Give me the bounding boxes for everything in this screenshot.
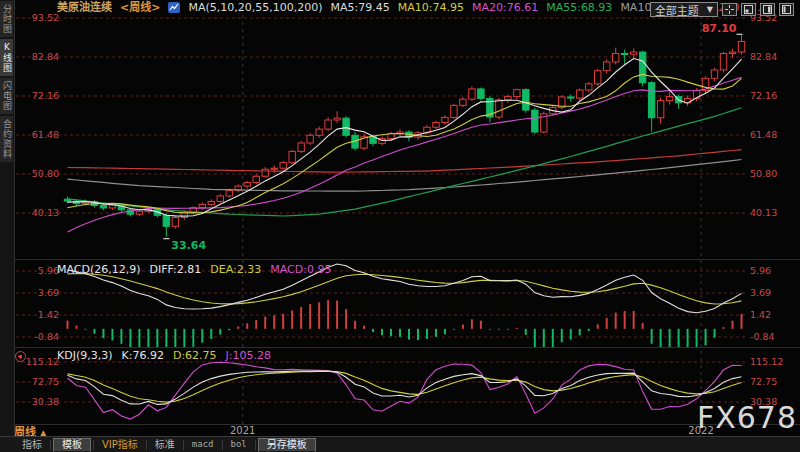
macd-axis-label-right: 5.96 (750, 265, 771, 276)
toolbar-vip-indicators[interactable]: VIP指标 (94, 438, 146, 451)
theme-dropdown[interactable]: 全部主题 ▼ (650, 2, 718, 17)
kdj-title: KDJ(9,3,3) (57, 349, 113, 362)
kdj-axis-label-right: 115.12 (750, 356, 783, 367)
chart-window: 93.5293.5282.8482.8472.1672.1661.4861.48… (0, 0, 800, 452)
theme-dropdown-label: 全部主题 (655, 2, 699, 18)
dea-line (68, 274, 742, 305)
bottom-toolbar: 指标 模板 VIP指标 标准 macd bol 另存模板 (0, 436, 800, 452)
ma10-line (68, 74, 742, 213)
ma10-value: MA10:74.95 (398, 1, 464, 14)
crosshair-icon[interactable] (722, 3, 737, 16)
top-controls: 全部主题 ▼ (650, 2, 794, 17)
chevron-down-icon: ▼ (707, 5, 713, 14)
chart-canvas[interactable]: 93.5293.5282.8482.8472.1672.1661.4861.48… (0, 0, 800, 437)
ma100-line (68, 160, 742, 192)
macd-axis-label-right: 3.69 (750, 287, 771, 298)
toolbar-bol[interactable]: bol (223, 438, 255, 451)
watermark: FX678 (697, 400, 797, 435)
ma20-value: MA20:76.61 (472, 1, 538, 14)
ma20-line (68, 77, 742, 232)
kdj-header: KDJ(9,3,3) K:76.92 D:62.75 J:105.28 (57, 349, 271, 362)
indicator-settings-icon[interactable] (15, 351, 26, 362)
sidebar-tab-contract-info[interactable]: 合约资料 (0, 116, 13, 162)
y-axis-label-left: 82.84 (32, 51, 59, 62)
ma200-line (68, 150, 742, 173)
kdj-d-value: D:62.75 (173, 349, 217, 362)
macd-title: MACD(26,12,9) (57, 263, 141, 276)
macd-macd-value: MACD:0.95 (270, 263, 331, 276)
macd-axis-label-left: 3.69 (38, 287, 59, 298)
low-price-label: 33.64 (171, 239, 206, 252)
y-axis-label-right: 72.16 (750, 90, 777, 101)
kdj-axis-label-left: 30.38 (32, 396, 59, 407)
x-axis-year-label: 2021 (230, 425, 255, 436)
kdj-axis-label-left: 115.12 (26, 356, 59, 367)
ma-settings-label: MA(5,10,20,55,100,200) (188, 1, 322, 14)
macd-axis-label-right: 1.42 (750, 309, 771, 320)
y-axis-label-left: 50.80 (32, 168, 59, 179)
y-axis-label-left: 40.13 (32, 207, 59, 218)
macd-diff-value: DIFF:2.81 (150, 263, 202, 276)
kdj-panel (68, 362, 742, 419)
instrument-name: 美原油连续 (57, 1, 112, 14)
kdj-k-value: K:76.92 (122, 349, 164, 362)
divider (255, 440, 256, 450)
kdj-j-value: J:105.28 (226, 349, 271, 362)
y-axis-label-left: 72.16 (32, 90, 59, 101)
layout-left-panel-icon[interactable] (779, 3, 794, 16)
j-line (68, 362, 742, 419)
sidebar-tab-lightning[interactable]: 闪电图 (0, 78, 13, 114)
y-axis-label-right: 61.48 (750, 129, 777, 140)
toolbar-standard[interactable]: 标准 (147, 438, 183, 451)
macd-axis-label-right: -0.84 (750, 331, 775, 342)
ma55-line (68, 108, 742, 216)
layout-right-panel-icon[interactable] (760, 3, 775, 16)
y-axis-label-left: 61.48 (32, 129, 59, 140)
toolbar-save-template[interactable]: 另存模板 (258, 438, 316, 452)
y-axis-label-left: 93.52 (32, 12, 59, 23)
macd-axis-label-left: 5.96 (38, 265, 59, 276)
kdj-axis-label-left: 72.75 (32, 376, 59, 387)
toolbar-macd[interactable]: macd (184, 438, 222, 451)
macd-panel (66, 264, 742, 357)
macd-header: MACD(26,12,9) DIFF:2.81 DEA:2.33 MACD:0.… (57, 263, 331, 276)
macd-dea-value: DEA:2.33 (210, 263, 261, 276)
macd-axis-label-left: -0.84 (34, 331, 59, 342)
macd-axis-label-left: 1.42 (38, 309, 59, 320)
divider (50, 440, 51, 450)
layout-grid-icon[interactable] (741, 3, 756, 16)
sidebar: 分时图 K线图 闪电图 合约资料 (0, 0, 15, 437)
sidebar-tab-kline[interactable]: K线图 (0, 39, 13, 76)
toolbar-indicators[interactable]: 指标 (14, 438, 50, 451)
chart-type-icon[interactable] (168, 2, 180, 13)
y-axis-label-right: 50.80 (750, 168, 777, 179)
last-price-label: 87.10 (702, 22, 737, 35)
kdj-axis-label-right: 72.75 (750, 376, 777, 387)
ma5-value: MA5:79.45 (331, 1, 390, 14)
y-axis-label-right: 82.84 (750, 51, 777, 62)
sidebar-tab-timeshare[interactable]: 分时图 (0, 1, 13, 37)
main-panel (64, 35, 744, 236)
toolbar-template[interactable]: 模板 (53, 438, 91, 452)
ma55-value: MA55:68.93 (546, 1, 612, 14)
y-axis-label-right: 40.13 (750, 207, 777, 218)
period-tag: <周线> (120, 1, 160, 14)
